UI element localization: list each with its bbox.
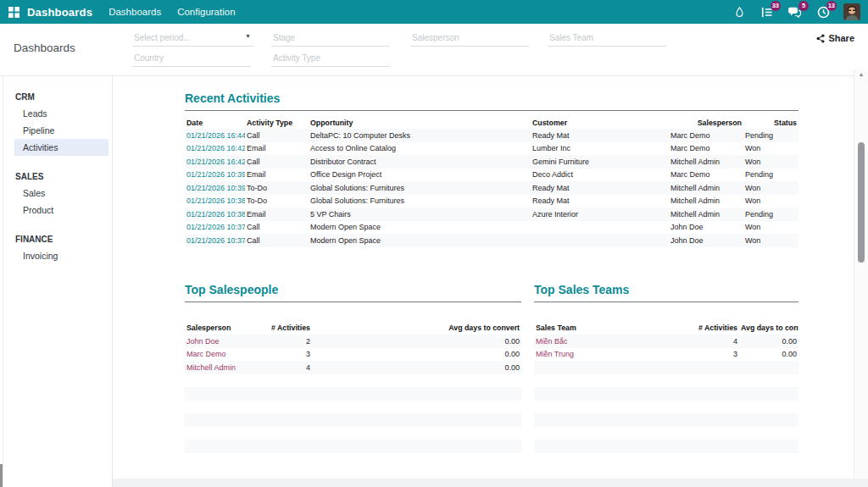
table-cell: 0.00 <box>312 350 521 358</box>
record-link[interactable]: Miền Trung <box>534 350 659 358</box>
column-header: # Activities <box>659 324 739 333</box>
empty-table-row <box>185 387 521 401</box>
sidebar-item-pipeline[interactable]: Pipeline <box>0 122 112 139</box>
tasks-badge: 33 <box>771 1 781 11</box>
table-cell: Deco Addict <box>531 170 669 179</box>
horizontal-scrollbar-track[interactable] <box>113 479 868 487</box>
table-cell: Mitchell Admin <box>669 210 743 219</box>
date-link[interactable]: 01/21/2026 16:42 <box>185 158 245 166</box>
record-link[interactable]: John Doe <box>185 337 263 346</box>
table-row[interactable]: 01/21/2026 16:42CallDistributor Contract… <box>185 155 798 169</box>
table-row[interactable]: Miền Trung30.00 <box>534 348 798 362</box>
vertical-scrollbar[interactable]: ▲ <box>854 69 868 479</box>
nav-menu-dashboards[interactable]: Dashboards <box>108 7 161 17</box>
section-title: Top Salespeople <box>185 283 521 302</box>
table-row[interactable]: 01/21/2026 10:39EmailOffice Design Proje… <box>185 169 798 182</box>
empty-table-row <box>534 413 798 427</box>
table-cell: Marc Demo <box>669 170 743 179</box>
date-link[interactable]: 01/21/2026 10:37 <box>185 236 245 245</box>
empty-table-row <box>534 361 798 374</box>
table-cell: Global Solutions: Furnitures <box>309 184 531 192</box>
table-body: John Doe20.00Marc Demo30.00Mitchell Admi… <box>185 335 521 453</box>
activity-type-filter[interactable] <box>271 50 390 67</box>
table-row[interactable]: Marc Demo30.00 <box>185 348 521 362</box>
column-header: Salesperson <box>185 324 263 333</box>
table-cell: Email <box>245 144 309 152</box>
table-row[interactable]: 01/21/2026 10:37CallModern Open SpaceJoh… <box>185 221 798 235</box>
table-row[interactable]: 01/21/2026 10:39To-DoGlobal Solutions: F… <box>185 181 798 195</box>
user-avatar[interactable] <box>843 3 860 20</box>
table-row[interactable]: 01/21/2026 16:44CallDeltaPC: 10 Computer… <box>185 129 798 142</box>
table-cell: Azure Interior <box>531 210 669 219</box>
tasks-icon[interactable]: 33 <box>760 4 775 19</box>
sidebar-scrollbar-thumb[interactable] <box>0 464 3 487</box>
app-title: Dashboards <box>27 6 92 19</box>
empty-table-row <box>185 427 521 440</box>
section-title: Top Sales Teams <box>534 283 798 302</box>
table-row[interactable]: 01/21/2026 10:38Email5 VP ChairsAzure In… <box>185 208 798 221</box>
table-row[interactable]: 01/21/2026 10:37CallModern Open SpaceJoh… <box>185 234 798 247</box>
table-row[interactable]: 01/21/2026 16:42EmailAccess to Online Ca… <box>185 142 798 156</box>
date-link[interactable]: 01/21/2026 10:39 <box>185 184 245 192</box>
country-filter[interactable] <box>132 50 251 67</box>
scroll-up-arrow-icon[interactable]: ▲ <box>854 71 868 77</box>
sales-team-filter[interactable] <box>548 30 666 47</box>
table-cell: Global Solutions: Furnitures <box>309 196 531 205</box>
apps-grid-icon[interactable] <box>8 7 19 18</box>
table-row[interactable]: John Doe20.00 <box>185 335 521 348</box>
messages-icon[interactable]: 5 <box>787 4 803 19</box>
column-header: # Activities <box>263 324 312 333</box>
share-button[interactable]: Share <box>816 33 854 43</box>
date-link[interactable]: 01/21/2026 10:37 <box>185 223 245 231</box>
section-title: Recent Activities <box>185 91 798 111</box>
table-cell: 0.00 <box>312 337 521 346</box>
date-link[interactable]: 01/21/2026 16:44 <box>185 131 245 140</box>
table-cell: To-Do <box>245 184 309 192</box>
sidebar-section: FINANCEInvoicing <box>0 219 112 264</box>
vertical-scrollbar-thumb[interactable] <box>858 142 865 263</box>
table-cell: John Doe <box>669 223 743 231</box>
sidebar-item-invoicing[interactable]: Invoicing <box>0 247 112 264</box>
table-cell: Mitchell Admin <box>669 158 743 166</box>
record-link[interactable]: Miền Bắc <box>534 337 659 346</box>
stage-filter[interactable] <box>271 30 390 47</box>
table-cell: John Doe <box>669 236 743 245</box>
control-panel: Dashboards ▼ Share <box>0 24 868 76</box>
table-row[interactable]: Miền Bắc40.00 <box>534 335 798 348</box>
messages-badge: 5 <box>798 1 809 11</box>
column-header: Avg days to convert <box>312 324 521 333</box>
column-header: Avg days to convert <box>739 324 798 333</box>
table-cell: Modern Open Space <box>309 236 531 245</box>
share-icon <box>816 34 825 43</box>
activities-clock-icon[interactable]: 13 <box>815 4 831 19</box>
column-header: Opportunity <box>309 119 531 127</box>
table-cell: DeltaPC: 10 Computer Desks <box>309 131 531 140</box>
sidebar: CRMLeadsPipelineActivitiesSALESSalesProd… <box>0 76 113 487</box>
date-link[interactable]: 01/21/2026 10:38 <box>185 196 245 205</box>
sidebar-item-activities[interactable]: Activities <box>14 139 108 156</box>
table-cell: 4 <box>659 337 739 346</box>
date-link[interactable]: 01/21/2026 10:38 <box>185 210 245 219</box>
select-period-filter[interactable] <box>132 30 254 47</box>
table-cell: Call <box>245 131 309 140</box>
table-row[interactable]: Mitchell Admin40.00 <box>185 361 521 374</box>
date-link[interactable]: 01/21/2026 10:39 <box>185 170 245 179</box>
sidebar-item-leads[interactable]: Leads <box>0 105 112 122</box>
nav-menu-configuration[interactable]: Configuration <box>177 7 235 17</box>
sidebar-item-sales[interactable]: Sales <box>0 185 112 202</box>
sidebar-scrollbar-track[interactable] <box>3 76 3 487</box>
table-cell: 3 <box>263 350 312 358</box>
table-header-row: Salesperson# ActivitiesAvg days to conve… <box>185 313 521 335</box>
table-row[interactable]: 01/21/2026 10:38To-DoGlobal Solutions: F… <box>185 195 798 208</box>
column-header: Status <box>743 119 798 127</box>
table-cell: Ready Mat <box>531 131 669 140</box>
record-link[interactable]: Mitchell Admin <box>185 363 263 372</box>
table-body: 01/21/2026 16:44CallDeltaPC: 10 Computer… <box>185 129 798 247</box>
table-cell: Marc Demo <box>669 144 743 152</box>
date-link[interactable]: 01/21/2026 16:42 <box>185 144 245 152</box>
sidebar-item-product[interactable]: Product <box>0 202 112 219</box>
table-cell: Call <box>245 223 309 231</box>
drop-icon[interactable] <box>732 4 747 19</box>
salesperson-filter[interactable] <box>410 30 529 47</box>
record-link[interactable]: Marc Demo <box>185 350 263 358</box>
